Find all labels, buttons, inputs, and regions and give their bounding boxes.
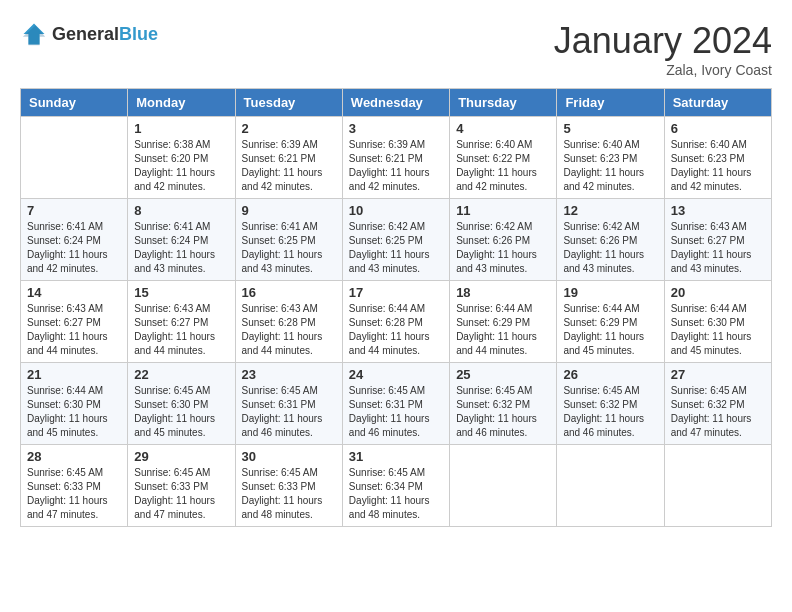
day-info: Sunrise: 6:41 AMSunset: 6:24 PMDaylight:… (27, 220, 121, 276)
page-header: GeneralBlue January 2024 Zala, Ivory Coa… (20, 20, 772, 78)
day-info: Sunrise: 6:45 AMSunset: 6:32 PMDaylight:… (456, 384, 550, 440)
calendar-week-row: 28Sunrise: 6:45 AMSunset: 6:33 PMDayligh… (21, 445, 772, 527)
calendar-cell: 4Sunrise: 6:40 AMSunset: 6:22 PMDaylight… (450, 117, 557, 199)
day-info: Sunrise: 6:45 AMSunset: 6:32 PMDaylight:… (671, 384, 765, 440)
day-info: Sunrise: 6:45 AMSunset: 6:33 PMDaylight:… (27, 466, 121, 522)
day-number: 12 (563, 203, 657, 218)
day-info: Sunrise: 6:42 AMSunset: 6:26 PMDaylight:… (456, 220, 550, 276)
day-number: 21 (27, 367, 121, 382)
title-block: January 2024 Zala, Ivory Coast (554, 20, 772, 78)
day-number: 10 (349, 203, 443, 218)
day-number: 22 (134, 367, 228, 382)
weekday-header: Friday (557, 89, 664, 117)
day-number: 25 (456, 367, 550, 382)
weekday-header-row: SundayMondayTuesdayWednesdayThursdayFrid… (21, 89, 772, 117)
day-info: Sunrise: 6:38 AMSunset: 6:20 PMDaylight:… (134, 138, 228, 194)
weekday-header: Tuesday (235, 89, 342, 117)
day-info: Sunrise: 6:43 AMSunset: 6:27 PMDaylight:… (27, 302, 121, 358)
calendar-cell: 14Sunrise: 6:43 AMSunset: 6:27 PMDayligh… (21, 281, 128, 363)
calendar-cell: 29Sunrise: 6:45 AMSunset: 6:33 PMDayligh… (128, 445, 235, 527)
calendar-cell: 17Sunrise: 6:44 AMSunset: 6:28 PMDayligh… (342, 281, 449, 363)
day-number: 13 (671, 203, 765, 218)
calendar-cell: 12Sunrise: 6:42 AMSunset: 6:26 PMDayligh… (557, 199, 664, 281)
calendar-cell: 26Sunrise: 6:45 AMSunset: 6:32 PMDayligh… (557, 363, 664, 445)
calendar-week-row: 21Sunrise: 6:44 AMSunset: 6:30 PMDayligh… (21, 363, 772, 445)
weekday-header: Sunday (21, 89, 128, 117)
calendar-cell: 8Sunrise: 6:41 AMSunset: 6:24 PMDaylight… (128, 199, 235, 281)
day-number: 27 (671, 367, 765, 382)
day-number: 28 (27, 449, 121, 464)
day-info: Sunrise: 6:43 AMSunset: 6:27 PMDaylight:… (671, 220, 765, 276)
day-number: 16 (242, 285, 336, 300)
calendar-cell: 10Sunrise: 6:42 AMSunset: 6:25 PMDayligh… (342, 199, 449, 281)
day-number: 23 (242, 367, 336, 382)
calendar-cell: 16Sunrise: 6:43 AMSunset: 6:28 PMDayligh… (235, 281, 342, 363)
calendar-cell: 25Sunrise: 6:45 AMSunset: 6:32 PMDayligh… (450, 363, 557, 445)
month-title: January 2024 (554, 20, 772, 62)
calendar-cell: 15Sunrise: 6:43 AMSunset: 6:27 PMDayligh… (128, 281, 235, 363)
day-info: Sunrise: 6:41 AMSunset: 6:25 PMDaylight:… (242, 220, 336, 276)
calendar-cell: 23Sunrise: 6:45 AMSunset: 6:31 PMDayligh… (235, 363, 342, 445)
day-info: Sunrise: 6:45 AMSunset: 6:34 PMDaylight:… (349, 466, 443, 522)
calendar-cell: 21Sunrise: 6:44 AMSunset: 6:30 PMDayligh… (21, 363, 128, 445)
calendar-cell: 28Sunrise: 6:45 AMSunset: 6:33 PMDayligh… (21, 445, 128, 527)
day-info: Sunrise: 6:44 AMSunset: 6:30 PMDaylight:… (671, 302, 765, 358)
calendar-cell (557, 445, 664, 527)
calendar-week-row: 14Sunrise: 6:43 AMSunset: 6:27 PMDayligh… (21, 281, 772, 363)
calendar-cell: 13Sunrise: 6:43 AMSunset: 6:27 PMDayligh… (664, 199, 771, 281)
day-number: 15 (134, 285, 228, 300)
day-number: 7 (27, 203, 121, 218)
day-info: Sunrise: 6:44 AMSunset: 6:28 PMDaylight:… (349, 302, 443, 358)
day-number: 30 (242, 449, 336, 464)
day-info: Sunrise: 6:45 AMSunset: 6:31 PMDaylight:… (349, 384, 443, 440)
calendar-cell: 2Sunrise: 6:39 AMSunset: 6:21 PMDaylight… (235, 117, 342, 199)
day-number: 1 (134, 121, 228, 136)
day-number: 9 (242, 203, 336, 218)
day-info: Sunrise: 6:45 AMSunset: 6:33 PMDaylight:… (242, 466, 336, 522)
day-number: 2 (242, 121, 336, 136)
day-info: Sunrise: 6:43 AMSunset: 6:27 PMDaylight:… (134, 302, 228, 358)
calendar-cell: 22Sunrise: 6:45 AMSunset: 6:30 PMDayligh… (128, 363, 235, 445)
weekday-header: Monday (128, 89, 235, 117)
calendar-cell: 5Sunrise: 6:40 AMSunset: 6:23 PMDaylight… (557, 117, 664, 199)
logo-icon (20, 20, 48, 48)
calendar-cell: 19Sunrise: 6:44 AMSunset: 6:29 PMDayligh… (557, 281, 664, 363)
day-info: Sunrise: 6:39 AMSunset: 6:21 PMDaylight:… (242, 138, 336, 194)
location-subtitle: Zala, Ivory Coast (554, 62, 772, 78)
logo: GeneralBlue (20, 20, 158, 48)
day-number: 3 (349, 121, 443, 136)
day-number: 18 (456, 285, 550, 300)
logo-text: GeneralBlue (52, 24, 158, 45)
calendar-week-row: 1Sunrise: 6:38 AMSunset: 6:20 PMDaylight… (21, 117, 772, 199)
calendar-table: SundayMondayTuesdayWednesdayThursdayFrid… (20, 88, 772, 527)
day-number: 24 (349, 367, 443, 382)
day-info: Sunrise: 6:41 AMSunset: 6:24 PMDaylight:… (134, 220, 228, 276)
calendar-cell (664, 445, 771, 527)
day-number: 19 (563, 285, 657, 300)
day-number: 29 (134, 449, 228, 464)
day-info: Sunrise: 6:40 AMSunset: 6:22 PMDaylight:… (456, 138, 550, 194)
day-info: Sunrise: 6:42 AMSunset: 6:25 PMDaylight:… (349, 220, 443, 276)
day-number: 31 (349, 449, 443, 464)
day-info: Sunrise: 6:45 AMSunset: 6:33 PMDaylight:… (134, 466, 228, 522)
calendar-cell: 7Sunrise: 6:41 AMSunset: 6:24 PMDaylight… (21, 199, 128, 281)
day-number: 11 (456, 203, 550, 218)
calendar-cell: 20Sunrise: 6:44 AMSunset: 6:30 PMDayligh… (664, 281, 771, 363)
calendar-cell: 27Sunrise: 6:45 AMSunset: 6:32 PMDayligh… (664, 363, 771, 445)
day-info: Sunrise: 6:44 AMSunset: 6:29 PMDaylight:… (456, 302, 550, 358)
calendar-cell: 1Sunrise: 6:38 AMSunset: 6:20 PMDaylight… (128, 117, 235, 199)
day-number: 20 (671, 285, 765, 300)
calendar-cell: 6Sunrise: 6:40 AMSunset: 6:23 PMDaylight… (664, 117, 771, 199)
day-number: 6 (671, 121, 765, 136)
calendar-cell (21, 117, 128, 199)
calendar-cell (450, 445, 557, 527)
day-info: Sunrise: 6:40 AMSunset: 6:23 PMDaylight:… (563, 138, 657, 194)
day-number: 26 (563, 367, 657, 382)
weekday-header: Wednesday (342, 89, 449, 117)
day-number: 5 (563, 121, 657, 136)
weekday-header: Saturday (664, 89, 771, 117)
calendar-cell: 3Sunrise: 6:39 AMSunset: 6:21 PMDaylight… (342, 117, 449, 199)
calendar-week-row: 7Sunrise: 6:41 AMSunset: 6:24 PMDaylight… (21, 199, 772, 281)
day-number: 17 (349, 285, 443, 300)
day-number: 8 (134, 203, 228, 218)
